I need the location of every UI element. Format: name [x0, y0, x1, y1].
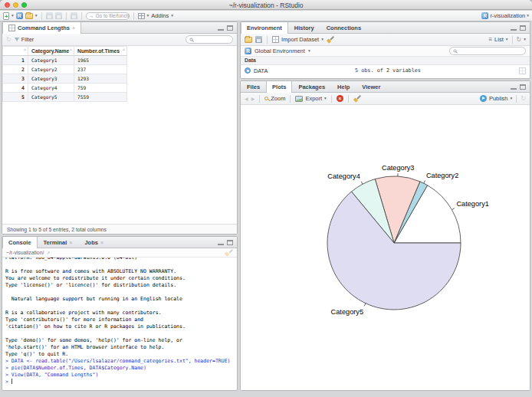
- import-dataset-button[interactable]: Import Dataset ▾: [272, 36, 323, 43]
- save-all-icon[interactable]: [55, 12, 62, 19]
- console-prompt-line[interactable]: >: [5, 379, 234, 386]
- plot-area: Category1Category2Category3Category4Cate…: [241, 105, 530, 390]
- addins-button[interactable]: Addins: [151, 12, 169, 19]
- maximize-pane-icon[interactable]: [520, 25, 526, 31]
- table-row[interactable]: 1Category11965: [3, 56, 127, 65]
- tab-console[interactable]: Console: [2, 237, 38, 248]
- maximize-pane-icon[interactable]: [227, 240, 233, 245]
- publish-dropdown-icon[interactable]: ▾: [511, 97, 513, 101]
- open-recent-dropdown-icon[interactable]: ▾: [35, 14, 38, 18]
- row-number-header[interactable]: ▲: [3, 47, 28, 56]
- tab-plots[interactable]: Plots: [266, 81, 292, 93]
- save-workspace-icon[interactable]: [255, 36, 262, 43]
- refresh-icon[interactable]: ↻: [6, 37, 11, 43]
- minimize-pane-icon[interactable]: [218, 25, 224, 31]
- refresh-plot-icon[interactable]: ↻: [521, 96, 526, 102]
- table-row[interactable]: 2Category2237: [3, 65, 127, 74]
- environment-object-row[interactable]: DATA 5 obs. of 2 variables: [241, 65, 530, 76]
- workspace-panes-dropdown-icon[interactable]: ▾: [147, 14, 149, 18]
- tab-environment[interactable]: Environment: [241, 22, 288, 34]
- console-output: Platform: x86_64-apple-darwin13.0.0 (64-…: [5, 258, 234, 358]
- data-table: ▲ Category.Name▲ Number.of.Times▲ 1Categ…: [2, 46, 127, 102]
- tab-viewer[interactable]: Viewer: [356, 81, 386, 92]
- separator: [41, 12, 42, 20]
- filter-label: Filter: [21, 36, 34, 43]
- refresh-dropdown-icon[interactable]: ▾: [524, 38, 526, 42]
- environment-search-input[interactable]: [460, 48, 494, 54]
- tab-help[interactable]: Help: [331, 81, 356, 92]
- tab-files[interactable]: Files: [241, 81, 266, 92]
- addins-dropdown-icon[interactable]: ▾: [171, 14, 173, 18]
- terminal-menu-icon[interactable]: ×: [69, 240, 72, 245]
- environment-panel: Environment History Connections Import D…: [240, 21, 530, 79]
- clear-environment-icon[interactable]: [327, 36, 335, 44]
- maximize-pane-icon[interactable]: [520, 84, 526, 90]
- environment-toolbar: Import Dataset ▾ ≡ List ▾ ↻ ▾: [241, 34, 530, 46]
- zoom-plot-button[interactable]: Zoom: [264, 95, 285, 102]
- previous-plot-icon[interactable]: ◀: [245, 97, 248, 101]
- scope-dropdown-icon[interactable]: ▾: [308, 49, 310, 54]
- table-cell: Category1: [28, 56, 74, 65]
- working-directory: ~/r-visualization/: [6, 250, 44, 255]
- separator: [331, 95, 332, 103]
- console-body[interactable]: Platform: x86_64-apple-darwin13.0.0 (64-…: [2, 258, 237, 390]
- filter-button[interactable]: Filter: [15, 36, 34, 43]
- save-icon[interactable]: [46, 12, 53, 19]
- list-view-dropdown-icon[interactable]: ▾: [506, 38, 508, 42]
- minimize-pane-icon[interactable]: [511, 84, 517, 90]
- environment-scope-row: Global Environment ▾: [241, 46, 530, 57]
- refresh-environment-icon[interactable]: ↻: [517, 37, 522, 43]
- table-cell: 7559: [74, 93, 127, 102]
- clear-console-icon[interactable]: [225, 249, 233, 257]
- project-menu-button[interactable]: r-visualization: [490, 12, 525, 19]
- console-command: > DATA <- read.table("/Users/lsalazar/co…: [5, 358, 234, 365]
- tab-packages[interactable]: Packages: [292, 81, 331, 92]
- print-icon[interactable]: [71, 12, 77, 19]
- environment-search-box[interactable]: [449, 47, 526, 55]
- viewer-footer: Showing 1 to 5 of 5 entries, 2 total col…: [2, 224, 237, 234]
- jobs-close-icon[interactable]: ×: [100, 240, 103, 245]
- remove-plot-icon[interactable]: ×: [337, 95, 343, 102]
- tab-packages-label: Packages: [298, 84, 325, 90]
- goto-file-function-input[interactable]: [96, 13, 130, 18]
- maximize-pane-icon[interactable]: [227, 25, 233, 31]
- data-section-header: Data: [241, 57, 530, 65]
- tab-command-lengths[interactable]: Command Lengths ×: [2, 22, 81, 34]
- minimize-pane-icon[interactable]: [218, 240, 224, 245]
- pie-label-category2: Category2: [426, 172, 458, 179]
- export-plot-button[interactable]: Export ▾: [295, 95, 326, 102]
- new-file-dropdown-icon[interactable]: ▾: [11, 14, 14, 18]
- tab-files-label: Files: [247, 84, 260, 90]
- separator: [290, 95, 291, 103]
- open-file-icon[interactable]: [25, 13, 33, 19]
- column-header-number-of-times[interactable]: Number.of.Times▲: [74, 47, 127, 56]
- pie-label-tick: [452, 208, 454, 210]
- scope-selector[interactable]: Global Environment: [255, 48, 305, 54]
- new-file-icon[interactable]: [3, 12, 9, 20]
- table-row[interactable]: 3Category31293: [3, 74, 127, 84]
- goto-file-function-box[interactable]: →: [86, 12, 130, 20]
- table-row[interactable]: 5Category57559: [3, 93, 127, 102]
- tab-history[interactable]: History: [288, 22, 320, 33]
- list-view-button[interactable]: List: [494, 36, 504, 43]
- table-search-box[interactable]: [186, 35, 233, 44]
- next-plot-icon[interactable]: ▶: [251, 97, 255, 101]
- view-table-icon[interactable]: [519, 67, 526, 74]
- tab-terminal[interactable]: Terminal ×: [38, 237, 79, 248]
- table-search-input[interactable]: [196, 37, 230, 42]
- load-workspace-icon[interactable]: [245, 37, 252, 43]
- close-tab-icon[interactable]: ×: [72, 25, 75, 31]
- table-row[interactable]: 4Category4759: [3, 84, 127, 93]
- project-dropdown-icon[interactable]: ▾: [527, 14, 529, 18]
- new-project-icon[interactable]: [16, 12, 23, 19]
- console-tabstrip: Console Terminal × Jobs ×: [2, 237, 237, 248]
- clear-all-plots-icon[interactable]: [353, 95, 362, 103]
- separator: [133, 12, 134, 20]
- tab-connections[interactable]: Connections: [320, 22, 367, 33]
- minimize-pane-icon[interactable]: [511, 25, 517, 31]
- tab-jobs[interactable]: Jobs ×: [78, 237, 110, 248]
- publish-button[interactable]: Publish: [489, 95, 508, 102]
- column-header-category-name[interactable]: Category.Name▲: [28, 47, 74, 56]
- workspace-panes-icon[interactable]: [138, 13, 145, 19]
- goto-directory-icon[interactable]: ↗: [46, 251, 50, 255]
